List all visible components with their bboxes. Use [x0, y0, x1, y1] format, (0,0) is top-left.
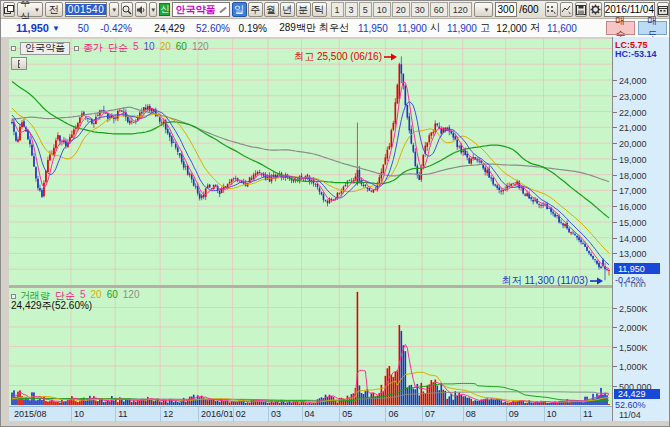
time-axis-separator [463, 407, 464, 422]
turnover-pct: 52.60% [188, 23, 230, 34]
interval-button-30[interactable]: 30 [411, 2, 429, 17]
stock-name-field[interactable]: 안국약품 [172, 2, 229, 17]
speaker-button[interactable] [135, 2, 147, 17]
asset-type-select[interactable]: 주식 ▼ [17, 2, 43, 17]
axis-tick [613, 143, 617, 144]
best-quote-label: 최우선 [319, 21, 349, 35]
interval-button-120[interactable]: 120 [449, 2, 472, 17]
bar-total-label: /600 [519, 4, 538, 15]
stock-code-input[interactable]: 001540 [65, 2, 107, 17]
axis-tick [613, 127, 617, 128]
axis-label: 1,500K [619, 343, 648, 353]
axis-tick [613, 366, 617, 367]
period-button-group: 일주월년분틱 [232, 2, 327, 17]
speaker-dropdown-button[interactable]: ▼ [149, 2, 157, 17]
time-axis-separator [339, 407, 340, 422]
high-annotation: 최고 25,500 (06/16) [294, 50, 397, 64]
legend-ma-60: 60 [176, 41, 187, 55]
chevron-down-icon: ▼ [111, 7, 117, 13]
time-axis-separator [198, 407, 199, 422]
current-price: 11,950 [5, 22, 49, 34]
time-axis-separator [422, 407, 423, 422]
legend-ma-20: 20 [91, 289, 102, 303]
axis-tick [613, 253, 617, 254]
low-annotation: 최저 11,300 (11/03) [502, 274, 603, 288]
interval-button-60[interactable]: 60 [430, 2, 448, 17]
buy-button[interactable]: 매수 [606, 21, 635, 35]
interval-button-5[interactable]: 5 [359, 2, 372, 17]
axis-label: 2,500K [619, 304, 648, 314]
current-volume-box: 24,429 [614, 389, 660, 399]
open-label: 시 [430, 21, 440, 35]
axis-label: 13,000 [619, 249, 647, 259]
gear-icon [590, 4, 601, 15]
axis-tick [613, 222, 617, 223]
period-button-틱[interactable]: 틱 [312, 2, 327, 17]
open-price: 11,900 [443, 23, 477, 34]
period-button-주[interactable]: 주 [248, 2, 263, 17]
period-button-분[interactable]: 분 [296, 2, 311, 17]
time-axis-label: 05 [342, 409, 352, 419]
save-icon [576, 5, 586, 15]
hc-value: HC:-53.14 [615, 49, 657, 59]
current-volume-value: 24,429 [618, 389, 646, 399]
sell-button[interactable]: 매도 [638, 21, 667, 35]
legend-ma-120: 120 [192, 41, 209, 55]
hts-chart-window: 주식 ▼ 전 001540 ▼ ▼ 신 안국약품 일주월년분틱 13510203… [0, 0, 670, 427]
price-pane-title[interactable]: 안국약품 [20, 42, 70, 55]
time-axis-label: 04 [305, 409, 315, 419]
chevron-down-icon: ▼ [150, 7, 156, 13]
time-axis-separator [385, 407, 386, 422]
axis-label: 22,000 [619, 108, 647, 118]
axis-label: 18,000 [619, 171, 647, 181]
time-axis-separator [544, 407, 545, 422]
high-arrow-icon [384, 53, 397, 61]
cursor-date: 11/04 [619, 410, 641, 420]
marker-square-icon [11, 294, 16, 299]
interval-button-10[interactable]: 10 [373, 2, 391, 17]
axis-tick [613, 175, 617, 176]
axis-tick [613, 386, 617, 387]
cursor-tool-button[interactable] [545, 2, 558, 17]
search-button[interactable] [121, 2, 133, 17]
axis-tick [613, 308, 617, 309]
axis-tick [613, 159, 617, 160]
chevron-down-icon: ▼ [484, 7, 490, 13]
time-axis: 2015/081011122016/0102030405060708091011 [9, 406, 612, 421]
low-price: 11,600 [543, 23, 577, 34]
period-button-일[interactable]: 일 [232, 2, 247, 17]
axis-label: 17,000 [619, 186, 647, 196]
price-pane-header: 안국약품 종가단순5102060120 [11, 41, 209, 55]
interval-button-1[interactable]: 1 [331, 2, 344, 17]
quote-bar: 11,950 ▼ 50 -0.42% 24,429 52.60% 0.19% 2… [1, 19, 670, 37]
price-volume-chart[interactable] [9, 39, 612, 406]
axis-tick [613, 96, 617, 97]
bar-count-input[interactable]: 300 [495, 2, 518, 17]
interval-select[interactable]: ▼ [474, 2, 493, 17]
interval-button-20[interactable]: 20 [392, 2, 410, 17]
window-switch-button[interactable] [3, 2, 15, 17]
trendline-tool-button[interactable] [560, 2, 573, 17]
code-dropdown-button[interactable]: ▼ [109, 2, 119, 17]
time-axis-label: 08 [466, 409, 476, 419]
current-price-value: 11,950 [618, 264, 645, 274]
save-button[interactable] [575, 2, 587, 17]
period-button-년[interactable]: 년 [280, 2, 295, 17]
axis-label: 21,000 [619, 123, 647, 133]
period-button-월[interactable]: 월 [264, 2, 279, 17]
interval-button-3[interactable]: 3 [345, 2, 358, 17]
time-axis-separator [580, 407, 581, 422]
search-icon [122, 5, 132, 15]
axis-tick [613, 80, 617, 81]
price-change-pct: -0.42% [92, 23, 132, 34]
marker-square-icon [11, 46, 16, 51]
time-axis-label: 09 [509, 409, 519, 419]
prev-stock-button[interactable]: 전 [45, 2, 63, 17]
low-annotation-text: 최저 11,300 (11/03) [502, 274, 588, 288]
axis-label: 23,000 [619, 92, 647, 102]
legend-ma-20: 20 [160, 41, 171, 55]
settings-button[interactable] [589, 2, 602, 17]
volume-ratio: 0.19% [233, 23, 267, 34]
price-axis-column: LC:5.75 HC:-53.14 24,00023,00022,00021,0… [612, 37, 670, 421]
chart-grid-button[interactable] [11, 57, 27, 70]
